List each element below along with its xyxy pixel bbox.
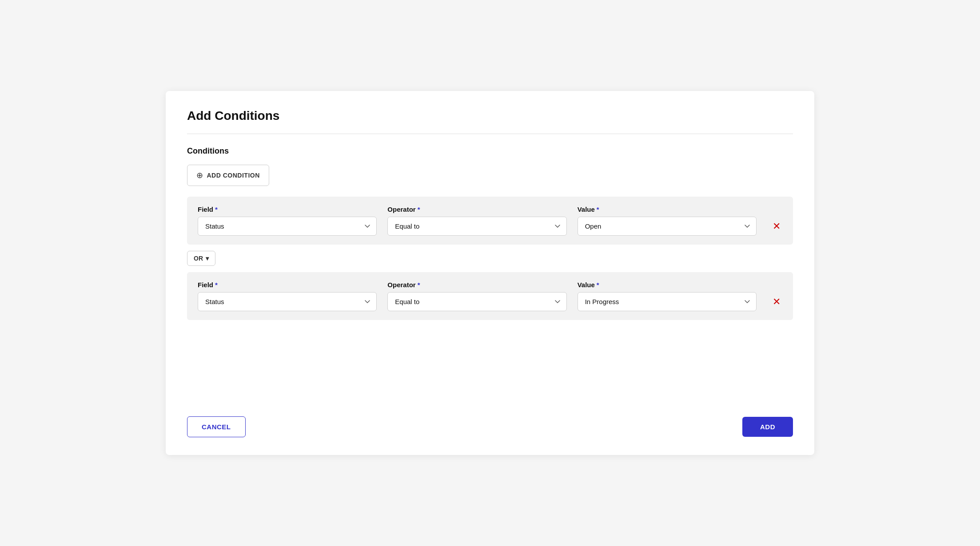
condition-fields-2: Field* Status Priority Assignee Created … bbox=[198, 281, 782, 311]
required-star-val-1: * bbox=[597, 206, 599, 213]
divider bbox=[187, 134, 793, 134]
add-condition-button[interactable]: ⊕ ADD CONDITION bbox=[187, 165, 269, 186]
chevron-down-icon: ▾ bbox=[206, 255, 209, 262]
required-star-op-2: * bbox=[418, 281, 420, 289]
page-title: Add Conditions bbox=[187, 109, 793, 123]
required-star-op-1: * bbox=[418, 206, 420, 213]
operator-label-1: Operator* bbox=[387, 206, 566, 213]
operator-label-2: Operator* bbox=[387, 281, 566, 289]
value-select-2[interactable]: Open In Progress Closed Resolved bbox=[578, 292, 757, 311]
required-star-1: * bbox=[215, 206, 218, 213]
add-condition-label: ADD CONDITION bbox=[207, 172, 260, 179]
operator-select-1[interactable]: Equal to Not equal to Contains Does not … bbox=[387, 217, 566, 236]
field-group-1-value: Value* Open In Progress Closed Resolved bbox=[578, 206, 757, 236]
footer: CANCEL ADD bbox=[187, 399, 793, 437]
field-select-2[interactable]: Status Priority Assignee Created Date bbox=[198, 292, 377, 311]
field-select-1[interactable]: Status Priority Assignee Created Date bbox=[198, 217, 377, 236]
delete-row-2-button[interactable]: ✕ bbox=[771, 294, 782, 309]
value-label-2: Value* bbox=[578, 281, 757, 289]
condition-row-2: Field* Status Priority Assignee Created … bbox=[187, 272, 793, 320]
field-group-2-value: Value* Open In Progress Closed Resolved bbox=[578, 281, 757, 311]
conditions-section: Conditions ⊕ ADD CONDITION Field* Status… bbox=[187, 146, 793, 399]
field-group-1-operator: Operator* Equal to Not equal to Contains… bbox=[387, 206, 566, 236]
field-group-2-field: Field* Status Priority Assignee Created … bbox=[198, 281, 377, 311]
value-label-1: Value* bbox=[578, 206, 757, 213]
field-label-1: Field* bbox=[198, 206, 377, 213]
required-star-2: * bbox=[215, 281, 218, 289]
condition-row-1: Field* Status Priority Assignee Created … bbox=[187, 197, 793, 245]
or-button[interactable]: OR ▾ bbox=[187, 251, 215, 266]
condition-fields-1: Field* Status Priority Assignee Created … bbox=[198, 206, 782, 236]
modal-container: Add Conditions Conditions ⊕ ADD CONDITIO… bbox=[166, 91, 814, 455]
or-separator: OR ▾ bbox=[187, 245, 793, 272]
delete-row-1-button[interactable]: ✕ bbox=[771, 219, 782, 234]
add-button[interactable]: ADD bbox=[742, 417, 793, 437]
field-group-2-operator: Operator* Equal to Not equal to Contains… bbox=[387, 281, 566, 311]
operator-select-2[interactable]: Equal to Not equal to Contains Does not … bbox=[387, 292, 566, 311]
field-label-2: Field* bbox=[198, 281, 377, 289]
value-select-1[interactable]: Open In Progress Closed Resolved bbox=[578, 217, 757, 236]
field-group-1-field: Field* Status Priority Assignee Created … bbox=[198, 206, 377, 236]
or-label: OR bbox=[194, 255, 203, 262]
required-star-val-2: * bbox=[597, 281, 599, 289]
conditions-label: Conditions bbox=[187, 146, 793, 156]
plus-icon: ⊕ bbox=[196, 170, 203, 180]
cancel-button[interactable]: CANCEL bbox=[187, 416, 246, 437]
